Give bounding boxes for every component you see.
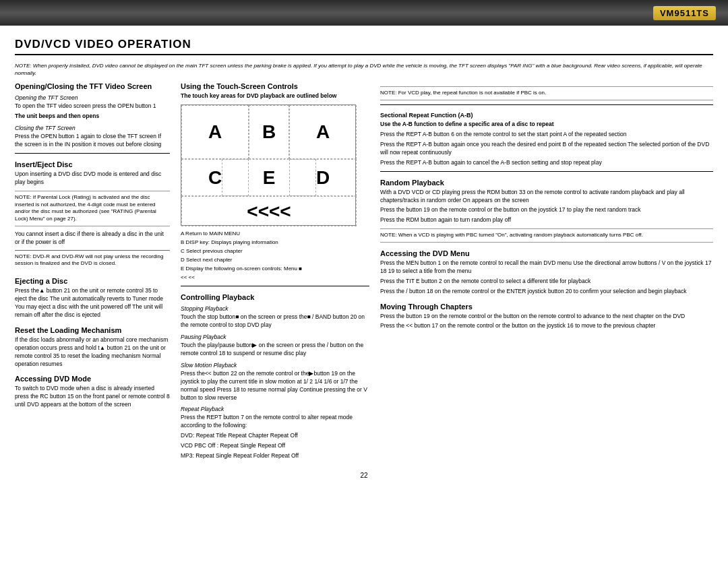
diagram-key: A Return to MAIN MENU B DISP key: Displa… [181, 230, 369, 282]
key-c: C Select previous chapter [181, 247, 369, 255]
slow-motion-subheading: Slow Motion Playback [181, 362, 369, 369]
key-a: A Return to MAIN MENU [181, 230, 369, 238]
reset-text: If the disc loads abnormally or an abnor… [15, 336, 170, 369]
key-d: D Select next chapter [181, 256, 369, 264]
page-title: DVD/VCD VIDEO OPERATION [15, 38, 713, 55]
zone-d: D [289, 159, 357, 196]
divider-2 [181, 286, 369, 286]
col-mid: Using the Touch-Screen Controls The touc… [181, 82, 369, 462]
insert-text1: Upon inserting a DVD disc DVD mode is en… [15, 170, 170, 187]
sectional-step2: Press the REPT A-B button again once you… [380, 141, 713, 157]
slow-motion-text: Press the<< button 22 on the remote cont… [181, 370, 369, 402]
repeat-mode-vcd: VCD PBC Off : Repeat Single Repeat Off [181, 442, 369, 450]
random-playback-heading: Random Playback [380, 179, 713, 187]
repeat-text: Press the REPT button 7 on the remote co… [181, 414, 369, 430]
stopping-text: Touch the stop button■ on the screen or … [181, 313, 369, 330]
ejecting-heading: Ejecting a Disc [15, 277, 170, 285]
touch-diagram: A B A C E D << << [181, 104, 356, 226]
dvd-menu-text1: Press the MEN button 1 on the remote con… [380, 259, 713, 276]
insert-text2: You cannot insert a disc if there is alr… [15, 230, 170, 247]
key-e: E Display the following on-screen contro… [181, 265, 369, 273]
ejecting-text: Press the▲ button 21 on the unit or remo… [15, 287, 170, 319]
col-left: Opening/Closing the TFT Video Screen Ope… [15, 82, 170, 411]
random-note: NOTE: When a VCD is playing with PBC tur… [380, 228, 713, 243]
moving-chapters-text2: Press the << button 17 on the remote con… [380, 322, 713, 330]
pausing-subheading: Pausing Playback [181, 334, 369, 340]
reset-heading: Reset the Loading Mechanism [15, 326, 170, 334]
moving-chapters-heading: Moving Through Chapters [380, 303, 713, 311]
columns: Opening/Closing the TFT Video Screen Ope… [15, 82, 713, 462]
touch-screen-intro: The touch key areas for DVD playback are… [181, 92, 369, 100]
repeat-mode-mp3: MP3: Repeat Single Repeat Folder Repeat … [181, 452, 369, 460]
pausing-text: Touch the play/pause button▶ on the scre… [181, 342, 369, 358]
model-badge: VM9511TS [653, 6, 716, 20]
stopping-subheading: Stopping Playback [181, 305, 369, 312]
opening-sub1: Opening the TFT Screen [15, 94, 170, 101]
divider-4 [380, 171, 713, 172]
repeat-mode-dvd: DVD: Repeat Title Repeat Chapter Repeat … [181, 432, 369, 440]
controlling-playback-heading: Controlling Playback [181, 293, 369, 301]
closing-sub2: Closing the TFT Screen [15, 125, 170, 131]
divider-3 [380, 104, 713, 105]
page-number: 22 [15, 472, 713, 479]
zone-a-right: A [289, 105, 357, 159]
zone-arrows: << << [181, 196, 357, 226]
accessing-dvd-menu-heading: Accessing the DVD Menu [380, 249, 713, 257]
sectional-repeat-intro: Use the A-B function to define a specifi… [380, 121, 713, 129]
moving-chapters-text1: Press the button 19 on the remote contro… [380, 313, 713, 321]
divider-1 [15, 153, 170, 154]
sectional-step1: Press the REPT A-B button 6 on the remot… [380, 131, 713, 139]
zone-a-left: A [181, 105, 249, 159]
opening-text1: To open the TFT video screen press the O… [15, 102, 170, 111]
opening-text1b: The unit beeps and then opens [15, 113, 170, 121]
repeat-subheading: Repeat Playback [181, 406, 369, 412]
accessing-dvd-mode-text: To switch to DVD mode when a disc is alr… [15, 385, 170, 409]
closing-text2: Press the OPEN button 1 again to close t… [15, 133, 170, 149]
col-right: NOTE: For VCD play, the repeat function … [380, 82, 713, 332]
vcd-note: NOTE: For VCD play, the repeat function … [380, 86, 713, 100]
opening-closing-heading: Opening/Closing the TFT Video Screen [15, 82, 170, 90]
key-arrows: << << [181, 274, 369, 282]
insert-eject-heading: Insert/Eject Disc [15, 160, 170, 168]
touch-screen-heading: Using the Touch-Screen Controls [181, 82, 369, 90]
intro-note: NOTE: When properly installed, DVD video… [15, 62, 713, 77]
dvd-menu-text3: Press the / button 18 on the remote cont… [380, 288, 713, 296]
accessing-dvd-mode-heading: Accessing DVD Mode [15, 375, 170, 383]
random-text3: Press the RDM button again to turn rando… [380, 216, 713, 224]
page-content: DVD/VCD VIDEO OPERATION NOTE: When prope… [0, 26, 728, 491]
random-text1: With a DVD VCD or CD playing press the R… [380, 189, 713, 205]
random-text2: Press the button 19 on the remote contro… [380, 206, 713, 214]
sectional-step3: Press the REPT A-B button again to cance… [380, 159, 713, 167]
dvd-menu-text2: Press the TIT E button 2 on the remote c… [380, 278, 713, 286]
key-b: B DISP key: Displays playing information [181, 239, 369, 247]
header: VM9511TS [0, 0, 728, 26]
sectional-repeat-heading: Sectional Repeat Function (A-B) [380, 112, 713, 119]
insert-note1: NOTE: If Parental Lock (Rating) is activ… [15, 191, 170, 226]
insert-note2: NOTE: DVD-R and DVD-RW will not play unl… [15, 250, 170, 271]
zone-b: B [249, 105, 289, 159]
